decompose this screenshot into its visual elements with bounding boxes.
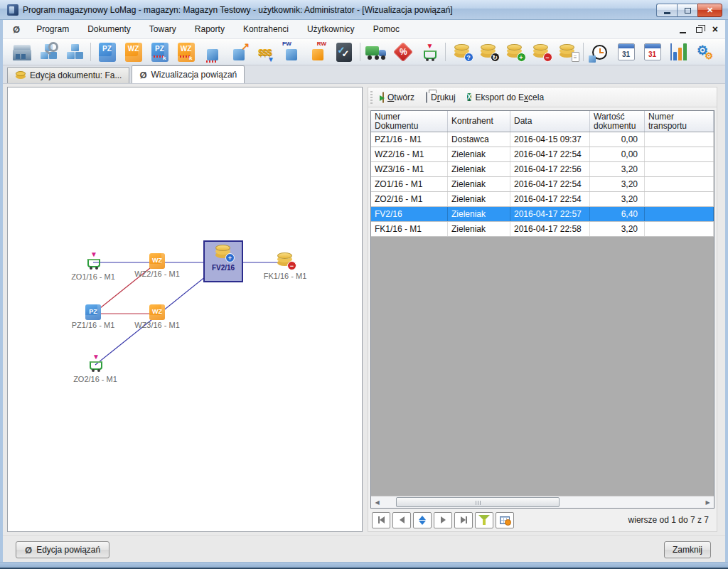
search-goods-icon[interactable] (35, 40, 61, 64)
scrollbar-thumb[interactable] (396, 497, 560, 507)
print-button[interactable]: Drukuj (420, 90, 461, 105)
money-add-icon[interactable]: + (501, 40, 528, 64)
column-header-numer-transportu[interactable]: Numer transportu (645, 111, 714, 132)
menu-item-kontrahenci[interactable]: Kontrahenci (234, 21, 298, 38)
money-question-icon[interactable]: ? (449, 40, 475, 64)
table-cell: 3,20 (590, 177, 645, 191)
minimize-button[interactable] (656, 4, 677, 17)
maximize-button[interactable] (677, 4, 697, 17)
money-remove-icon[interactable]: − (528, 40, 554, 64)
table-row[interactable]: WZ2/16 - M1Zieleniak2016-04-17 22:540,00 (371, 147, 714, 162)
doc-pz-icon[interactable]: PZ (94, 40, 120, 64)
table-row[interactable]: ZO1/16 - M1Zieleniak2016-04-17 22:543,20 (371, 177, 714, 192)
table-cell: Zieleniak (448, 162, 510, 176)
grid-settings-button[interactable] (496, 512, 514, 528)
edit-links-label: Edycja powiązań (36, 545, 100, 555)
goods-transfer-icon[interactable]: ↗ (225, 40, 252, 64)
menu-item-raporty[interactable]: Raporty (186, 21, 234, 38)
mdi-minimize-icon[interactable] (680, 32, 686, 33)
graph-node-pz1[interactable]: PZPZ1/16 - M1 (60, 304, 126, 329)
filter-button[interactable] (475, 512, 493, 528)
doc-pz-correction-icon[interactable]: PZk (146, 40, 173, 64)
toolbar-separator (445, 43, 446, 61)
table-row[interactable]: FV2/16Zieleniak2016-04-17 22:576,40 (371, 207, 714, 222)
scroll-right-arrow[interactable]: ▶ (702, 496, 714, 508)
history-icon[interactable] (587, 40, 613, 64)
edit-links-button[interactable]: Ø Edycja powiązań (16, 541, 109, 558)
open-button[interactable]: Otwórz (377, 90, 420, 105)
goods-icon[interactable] (61, 40, 87, 64)
sort-button[interactable] (413, 512, 432, 528)
money-invoice-icon[interactable]: ≡ (554, 40, 580, 64)
tab-label: Edycja dokumentu: Fa... (30, 70, 122, 80)
mdi-close-icon[interactable]: × (712, 24, 718, 34)
mdi-restore-icon[interactable] (696, 27, 702, 33)
warehouse-icon[interactable] (9, 40, 35, 64)
previous-record-button[interactable] (392, 512, 411, 528)
tab-strip: Edycja dokumentu: Fa...ØWizualizacja pow… (3, 65, 725, 84)
calendar-icon[interactable]: 31 (613, 40, 639, 64)
column-header-numer-dokumentu[interactable]: Numer Dokumentu (371, 111, 448, 132)
table-row[interactable]: FK1/16 - M1Zieleniak2016-04-17 22:583,20 (371, 222, 714, 237)
calendar-red-icon[interactable]: 31 (639, 40, 665, 64)
table-cell: WZ2/16 - M1 (371, 147, 448, 161)
menu-item-użytkownicy[interactable]: Użytkownicy (298, 21, 364, 38)
discounts-icon[interactable]: % (390, 40, 416, 64)
link-visualization-icon: Ø (13, 25, 20, 34)
price-change-icon[interactable]: $$$▼ (252, 40, 278, 64)
window-title: Program magazynowy LoMag - magazyn: Maga… (23, 5, 453, 15)
coins-minus-icon: − (276, 258, 294, 270)
graph-node-wz3[interactable]: WZWZ3/16 - M1 (124, 304, 190, 329)
table-cell: FK1/16 - M1 (371, 222, 448, 236)
node-label: PZ1/16 - M1 (60, 321, 126, 329)
window-frame-bottom (0, 562, 728, 569)
next-record-button[interactable] (434, 512, 452, 528)
doc-wz-correction-icon[interactable]: WZk (173, 40, 199, 64)
doc-pw-icon[interactable]: PW (278, 40, 304, 64)
column-header-wartość-dokumentu[interactable]: Wartość dokumentu (590, 111, 645, 132)
order-cart-icon: ▼ (87, 361, 104, 373)
horizontal-scrollbar[interactable]: ◀ ▶ (371, 496, 714, 508)
close-button[interactable]: ✕ (697, 4, 722, 17)
purchase-cart-icon[interactable]: ▼ (416, 40, 442, 64)
table-row[interactable]: ZO2/16 - M1Zieleniak2016-04-17 22:543,20 (371, 192, 714, 207)
graph-node-zo2[interactable]: ▼ZO2/16 - M1 (63, 355, 128, 383)
excel-button[interactable]: XEksport do Excela (461, 90, 550, 105)
statistics-icon[interactable] (665, 40, 692, 64)
first-record-button[interactable] (372, 512, 390, 528)
table-cell: Zieleniak (448, 207, 510, 221)
menu-item-dokumenty[interactable]: Dokumenty (78, 21, 140, 38)
table-row[interactable]: WZ3/16 - M1Zieleniak2016-04-17 22:563,20 (371, 162, 714, 177)
tasks-icon[interactable]: ✓✓ (331, 40, 357, 64)
tab-label: Wizualizacja powiązań (151, 70, 237, 80)
doc-wz-icon[interactable]: WZ (120, 40, 146, 64)
column-header-kontrahent[interactable]: Kontrahent (448, 111, 510, 132)
column-header-data[interactable]: Data (510, 111, 590, 132)
money-refresh-icon[interactable]: ↻ (475, 40, 501, 64)
table-cell: 2016-04-17 22:54 (510, 147, 590, 161)
table-cell: Zieleniak (448, 177, 510, 191)
tab-wizualizacja-powiązań[interactable]: ØWizualizacja powiązań (132, 65, 245, 83)
delivery-icon[interactable] (363, 40, 390, 64)
settings-icon[interactable]: ⚙⚙ (692, 40, 718, 64)
graph-node-fv2[interactable]: +FV2/16 (203, 240, 243, 282)
scroll-left-arrow[interactable]: ◀ (371, 496, 383, 508)
graph-node-fk1[interactable]: −FK1/16 - M1 (252, 252, 318, 280)
table-cell: Zieleniak (448, 147, 510, 161)
menu-item-towary[interactable]: Towary (140, 21, 186, 38)
node-label: FK1/16 - M1 (252, 272, 318, 280)
close-view-button[interactable]: Zamknij (664, 541, 711, 558)
tab-edycja-dokumentu-fa[interactable]: Edycja dokumentu: Fa... (7, 67, 129, 83)
open-icon (382, 92, 384, 102)
last-record-button[interactable] (454, 512, 473, 528)
toolbar-gripper[interactable] (370, 91, 373, 104)
graph-node-zo1[interactable]: ▼ZO1/16 - M1 (60, 252, 126, 281)
node-label: ZO1/16 - M1 (60, 272, 126, 281)
doc-rw-icon[interactable]: RW (304, 40, 331, 64)
graph-node-wz2[interactable]: WZWZ2/16 - M1 (124, 252, 190, 278)
menu-item-program[interactable]: Program (27, 21, 78, 38)
table-row[interactable]: PZ1/16 - M1Dostawca2016-04-15 09:370,00 (371, 132, 714, 147)
menu-item-pomoc[interactable]: Pomoc (364, 21, 409, 38)
scrollbar-track[interactable] (383, 496, 702, 508)
inventory-icon[interactable] (199, 40, 225, 64)
